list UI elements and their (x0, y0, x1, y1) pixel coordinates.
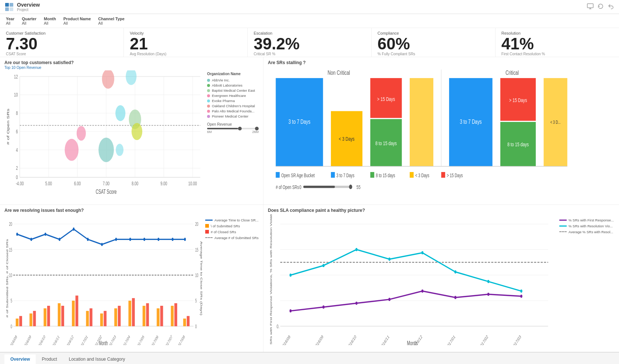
svg-point-97 (129, 238, 131, 241)
svg-rect-3 (10, 7, 13, 11)
svg-rect-88 (187, 316, 190, 326)
svg-point-172 (388, 258, 391, 261)
svg-text:7.00: 7.00 (103, 181, 109, 187)
svg-text:3 to 7 Days: 3 to 7 Days (336, 172, 354, 178)
svg-text:2017/01: 2017/01 (445, 334, 456, 345)
svg-rect-127 (410, 78, 433, 167)
filter-channel-type[interactable]: Channel Type All (98, 17, 125, 25)
svg-point-41 (102, 70, 114, 89)
svg-rect-137 (276, 172, 280, 178)
svg-point-91 (45, 232, 46, 236)
svg-point-166 (454, 296, 457, 299)
svg-text:9.00: 9.00 (160, 181, 167, 187)
kpi-velocity: Velocity 21 Avg Resolution (Days) (124, 28, 248, 57)
svg-text:5.00: 5.00 (45, 181, 52, 187)
svg-point-173 (422, 251, 424, 254)
svg-rect-69 (58, 303, 61, 326)
svg-text:< 3 D...: < 3 D... (550, 119, 561, 125)
svg-rect-145 (441, 172, 445, 178)
filter-product-name[interactable]: Product Name All (63, 17, 91, 25)
svg-rect-70 (61, 305, 64, 326)
tab-product[interactable]: Product (36, 354, 63, 364)
kpi-escalation: Escalation 39.2% Critical SR % (248, 28, 371, 57)
svg-text:0: 0 (195, 323, 197, 329)
svg-rect-71 (72, 301, 75, 326)
svg-point-165 (422, 289, 424, 293)
svg-point-98 (143, 238, 145, 241)
svg-text:2017/03: 2017/03 (108, 334, 116, 345)
svg-rect-78 (118, 305, 121, 326)
svg-text:3 to 7 Days: 3 to 7 Days (460, 118, 482, 125)
svg-point-171 (356, 248, 358, 251)
svg-text:2016/10: 2016/10 (37, 334, 46, 345)
bar-line-chart-section: Are we resolving issues fast enough? # o… (0, 205, 263, 352)
kpi-resolution: Resolution 41% First Contact Resolution … (496, 28, 619, 57)
svg-text:15: 15 (195, 247, 199, 252)
svg-text:2017/03: 2017/03 (511, 334, 522, 345)
undo-icon[interactable] (607, 3, 615, 11)
svg-rect-87 (183, 318, 186, 326)
legend-item: Evergreen Healthcare (207, 94, 259, 98)
svg-text:55: 55 (357, 185, 361, 190)
svg-text:20: 20 (195, 221, 199, 227)
svg-rect-139 (331, 172, 335, 178)
svg-text:2017/08: 2017/08 (176, 334, 185, 345)
svg-text:Month: Month (407, 340, 417, 345)
svg-point-39 (115, 105, 125, 121)
svg-text:# of Open SRs: # of Open SRs (6, 109, 10, 145)
tab-location-issue[interactable]: Location and Issue Category (63, 354, 131, 364)
svg-point-44 (116, 144, 123, 156)
filter-quarter[interactable]: Quarter All (22, 17, 36, 25)
svg-point-170 (322, 264, 325, 267)
svg-text:# of Open SRs: # of Open SRs (276, 185, 299, 190)
svg-rect-85 (171, 305, 174, 326)
svg-text:# of Submitted SRs, # of Close: # of Submitted SRs, # of Closed SRs (6, 239, 8, 317)
legend-item: Oakland Children's Hospital (207, 104, 259, 108)
monitor-icon[interactable] (587, 3, 594, 11)
svg-text:> 15 Days: > 15 Days (447, 172, 463, 178)
svg-text:10: 10 (14, 92, 18, 98)
svg-text:10: 10 (195, 272, 199, 278)
legend-item: Abbott Laboratories (207, 83, 259, 87)
svg-point-163 (356, 301, 358, 305)
svg-text:5: 5 (11, 298, 12, 303)
svg-text:2017/05: 2017/05 (136, 334, 145, 345)
svg-text:2016/10: 2016/10 (347, 334, 357, 345)
svg-text:10.00: 10.00 (188, 181, 197, 187)
filter-year[interactable]: Year All (6, 17, 14, 25)
svg-point-176 (520, 289, 522, 293)
svg-point-94 (87, 238, 89, 241)
app-logo (4, 2, 14, 12)
svg-rect-77 (114, 308, 117, 326)
svg-rect-80 (132, 298, 135, 326)
svg-text:Month: Month (99, 340, 108, 345)
svg-rect-1 (10, 3, 13, 7)
svg-point-101 (184, 238, 186, 241)
svg-rect-2 (5, 7, 9, 11)
svg-text:2016/08: 2016/08 (8, 334, 17, 345)
svg-rect-72 (76, 295, 78, 326)
svg-text:8: 8 (16, 110, 18, 116)
legend-item: Evoke Pharma (207, 99, 259, 103)
svg-text:> 15 Days: > 15 Days (509, 97, 527, 103)
svg-rect-73 (86, 311, 89, 326)
svg-text:0: 0 (11, 323, 12, 329)
svg-text:2017/01: 2017/01 (79, 334, 88, 345)
tab-overview[interactable]: Overview (4, 354, 36, 364)
svg-rect-64 (19, 316, 22, 326)
svg-text:10: 10 (9, 272, 13, 278)
svg-point-167 (487, 293, 490, 296)
svg-text:20: 20 (9, 221, 13, 227)
svg-text:> 15 Days: > 15 Days (377, 96, 395, 102)
legend-item: Pioneer Medical Center (207, 114, 259, 118)
refresh-icon[interactable] (597, 3, 604, 11)
filter-month[interactable]: Month All (44, 17, 56, 25)
svg-text:2017/06: 2017/06 (150, 334, 159, 345)
svg-text:Critical: Critical (506, 69, 519, 76)
legend-item: Palo Alto Medical Founda... (207, 109, 259, 113)
svg-point-92 (59, 238, 60, 241)
svg-text:8 to 15 days: 8 to 15 days (376, 172, 395, 178)
kpi-customer-satisfaction: Customer Satisfaction 7.30 CSAT Score (0, 28, 124, 57)
svg-text:2016/11: 2016/11 (380, 334, 390, 345)
svg-point-95 (101, 243, 103, 246)
